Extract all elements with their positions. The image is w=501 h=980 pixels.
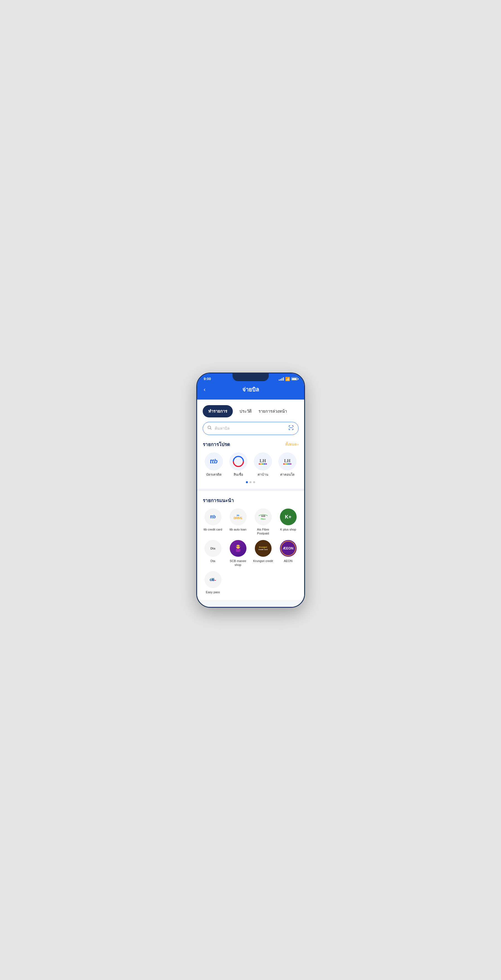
featured-item-name: บัตรเครดิต	[206, 473, 222, 477]
svg-rect-9	[293, 428, 293, 430]
status-time: 9:00	[204, 377, 211, 381]
rec-logo-ttb: ttb	[205, 509, 221, 525]
rec-name-aeon: AEON	[284, 559, 292, 563]
recommended-section: รายการแนะนำ ttb ttb credit card ttb	[197, 496, 304, 594]
rec-name-krungsri: Krungsri credit	[253, 559, 273, 563]
svg-line-1	[210, 428, 211, 430]
rec-item-krungsri[interactable]: Krungsri Credit Card Krungsri credit	[252, 540, 274, 567]
svg-text:Fibre: Fibre	[261, 518, 265, 520]
tab-transaction[interactable]: ทำรายการ	[203, 405, 233, 417]
rec-logo-kplus: K+	[280, 509, 297, 525]
back-button[interactable]: ‹	[201, 385, 208, 394]
search-icon	[207, 425, 212, 431]
featured-logo-lh-condo: LH	[279, 452, 296, 470]
featured-logo-loan	[230, 452, 247, 470]
featured-lh-house-name: ค่าบ้าน	[258, 473, 268, 477]
featured-item-ttb-credit[interactable]: ttb บัตรเครดิต	[203, 452, 225, 477]
svg-rect-14	[236, 549, 240, 552]
rec-item-ais[interactable]: AIS Fibre Ais Fibre Postpaid	[252, 509, 274, 536]
dot-3	[253, 481, 255, 483]
featured-logo-ttb: ttb	[205, 452, 223, 470]
tab-bar: ทำรายการ ประวัติ รายการล่วงหน้า	[197, 405, 304, 417]
rec-logo-scb	[230, 540, 246, 557]
svg-rect-7	[289, 428, 289, 430]
svg-point-16	[239, 546, 240, 547]
svg-text:AIS: AIS	[261, 515, 265, 517]
rec-name-citi: Easy pass	[206, 590, 220, 594]
rec-item-dta[interactable]: Dta Dta	[201, 540, 225, 567]
featured-lh-condo-name: ค่าคอนโด	[280, 473, 295, 477]
rec-logo-dta: Dta	[205, 540, 221, 557]
tab-history[interactable]: ประวัติ	[239, 408, 252, 415]
search-container: ค้นหาบิล	[197, 422, 304, 435]
battery-icon	[291, 377, 297, 380]
svg-rect-5	[293, 425, 293, 427]
svg-rect-3	[289, 425, 289, 427]
notch	[233, 373, 269, 381]
recommended-title: รายการแนะนำ	[197, 496, 304, 504]
dot-2	[249, 481, 252, 483]
featured-title: รายการโปรด	[203, 441, 230, 448]
featured-item-loan[interactable]: สินเชื่อ	[228, 452, 249, 477]
rec-name-drive: ttb auto loan	[230, 528, 246, 531]
rec-logo-aeon: ÆEON	[280, 540, 297, 557]
featured-grid: ttb บัตรเครดิต สินเชื่อ	[197, 452, 304, 477]
recommended-grid: ttb ttb credit card ttb DRIVE ttb auto l…	[197, 509, 304, 594]
see-all-button[interactable]: ทั้งหมด ›	[285, 441, 298, 447]
rec-logo-ais: AIS Fibre	[255, 509, 271, 525]
featured-item-loan-name: สินเชื่อ	[234, 473, 243, 477]
featured-logo-lh-house: LH	[254, 452, 272, 470]
main-content: ทำรายการ ประวัติ รายการล่วงหน้า ค้นหาบิล	[197, 399, 304, 607]
featured-item-lh-condo[interactable]: LH ค่าคอนโด	[277, 452, 298, 477]
rec-name-scb: SCB manee shop	[227, 559, 249, 567]
rec-name-ttb: ttb credit card	[204, 528, 222, 531]
status-bar: 9:00 📶	[197, 373, 304, 383]
section-divider	[197, 489, 304, 491]
carousel-dots	[197, 481, 304, 483]
rec-item-citi[interactable]: citi Easy pass	[201, 571, 225, 594]
rec-logo-citi: citi	[205, 571, 221, 588]
dot-1	[246, 481, 248, 483]
header: ‹ จ่ายบิล	[197, 383, 304, 399]
rec-name-ais: Ais Fibre Postpaid	[252, 528, 274, 536]
search-placeholder: ค้นหาบิล	[215, 425, 286, 431]
featured-section-header: รายการโปรด ทั้งหมด ›	[197, 441, 304, 448]
rec-name-dta: Dta	[211, 559, 215, 563]
rec-item-aeon[interactable]: ÆEON AEON	[277, 540, 300, 567]
rec-name-kplus: K plus shop	[280, 528, 296, 531]
rec-item-ttb-credit[interactable]: ttb ttb credit card	[201, 509, 225, 536]
page-title: จ่ายบิล	[242, 385, 259, 394]
search-box[interactable]: ค้นหาบิล	[203, 422, 298, 435]
featured-item-lh-house[interactable]: LH ค่าบ้าน	[252, 452, 273, 477]
tab-scheduled[interactable]: รายการล่วงหน้า	[258, 408, 287, 415]
scan-icon[interactable]	[288, 425, 294, 432]
rec-item-drive[interactable]: ttb DRIVE ttb auto loan	[227, 509, 249, 536]
rec-logo-drive: ttb DRIVE	[230, 509, 246, 525]
rec-item-scb[interactable]: SCB manee shop	[227, 540, 249, 567]
rec-logo-krungsri: Krungsri Credit Card	[255, 540, 271, 557]
status-icons: 📶	[279, 377, 297, 381]
phone-frame: 9:00 📶 ‹ จ่ายบิล ทำรายการ ประวัติ รายการ…	[196, 372, 305, 608]
wifi-icon: 📶	[285, 377, 290, 381]
svg-point-15	[236, 546, 238, 547]
rec-item-kplus[interactable]: K+ K plus shop	[277, 509, 300, 536]
signal-icon	[279, 377, 284, 381]
